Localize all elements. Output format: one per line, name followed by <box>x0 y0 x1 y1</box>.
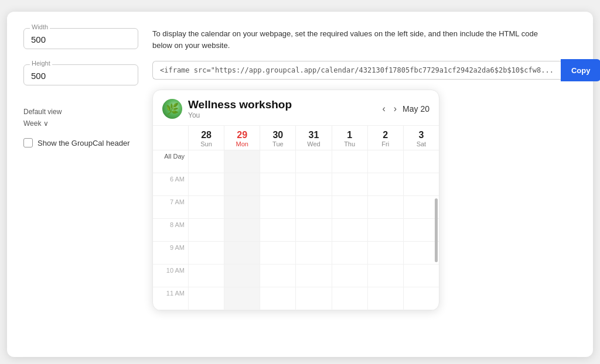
cell-11am-3 <box>295 287 331 310</box>
day-name-2: Tue <box>260 140 295 147</box>
height-label: Height <box>30 60 52 67</box>
cell-6am-1 <box>224 173 260 195</box>
allday-label: All Day <box>153 150 188 173</box>
allday-cell-3 <box>295 150 331 173</box>
cell-6am-3 <box>295 173 331 195</box>
height-field-group: Height <box>23 64 138 85</box>
cell-7am-0 <box>188 196 224 218</box>
day-name-4: Thu <box>332 140 367 147</box>
cell-7am-2 <box>260 196 295 218</box>
chevron-down-icon: ∨ <box>43 119 49 128</box>
left-panel: Width Height Default view Week ∨ Show th… <box>23 28 152 341</box>
cell-9am-2 <box>260 242 295 264</box>
day-num-4: 1 <box>332 129 367 140</box>
cell-10am-6 <box>403 265 439 287</box>
copy-button[interactable]: Copy <box>561 59 600 81</box>
cell-8am-3 <box>295 219 331 241</box>
calendar-days-header: 28 Sun 29 Mon 30 Tue 31 Wed <box>153 126 439 150</box>
cell-8am-5 <box>367 219 403 241</box>
day-name-1: Mon <box>224 140 260 147</box>
cell-10am-4 <box>332 265 367 287</box>
instruction-text: To display the calendar on your webpage,… <box>152 28 551 51</box>
time-row-7am: 7 AM <box>153 196 439 219</box>
nav-prev-button[interactable]: ‹ <box>380 102 387 115</box>
cell-7am-6 <box>403 196 439 218</box>
default-view-label: Default view <box>23 108 138 116</box>
height-input[interactable] <box>31 71 131 81</box>
calendar-header: 🌿 Wellness workshop You ‹ › May 20 <box>153 90 439 126</box>
day-num-3: 31 <box>296 129 331 140</box>
day-num-0: 28 <box>189 129 224 140</box>
allday-cell-4 <box>332 150 367 173</box>
calendar-month: May 20 <box>403 104 429 114</box>
calendar-logo: 🌿 <box>162 99 182 119</box>
main-card: Width Height Default view Week ∨ Show th… <box>7 12 593 357</box>
day-col-6: 3 Sat <box>403 126 439 150</box>
time-row-8am: 8 AM <box>153 219 439 242</box>
cell-8am-2 <box>260 219 295 241</box>
cell-8am-1 <box>224 219 260 241</box>
calendar-nav: ‹ › May 20 <box>380 102 429 115</box>
cell-9am-3 <box>295 242 331 264</box>
day-col-4: 1 Thu <box>332 126 367 150</box>
cell-7am-1 <box>224 196 260 218</box>
width-label: Width <box>30 23 50 30</box>
show-header-row[interactable]: Show the GroupCal header <box>23 138 138 147</box>
day-num-1: 29 <box>224 129 260 140</box>
day-name-5: Fri <box>368 140 403 147</box>
width-input[interactable] <box>31 35 131 44</box>
time-label-7am: 7 AM <box>153 196 188 218</box>
cell-9am-6 <box>403 242 439 264</box>
allday-cell-2 <box>260 150 295 173</box>
cell-6am-0 <box>188 173 224 195</box>
calendar-body: All Day 6 AM <box>153 150 439 310</box>
day-col-0: 28 Sun <box>188 126 224 150</box>
day-name-3: Wed <box>296 140 331 147</box>
day-col-1: 29 Mon <box>224 126 260 150</box>
allday-cell-0 <box>188 150 224 173</box>
calendar-grid: 28 Sun 29 Mon 30 Tue 31 Wed <box>153 126 439 310</box>
cell-6am-6 <box>403 173 439 195</box>
header-corner <box>153 126 188 150</box>
cell-11am-0 <box>188 287 224 310</box>
time-row-9am: 9 AM <box>153 242 439 265</box>
cell-11am-4 <box>332 287 367 310</box>
time-label-9am: 9 AM <box>153 242 188 264</box>
cell-6am-5 <box>367 173 403 195</box>
right-panel: To display the calendar on your webpage,… <box>152 28 600 341</box>
time-row-6am: 6 AM <box>153 173 439 196</box>
time-label-6am: 6 AM <box>153 173 188 195</box>
cell-11am-1 <box>224 287 260 310</box>
show-header-checkbox[interactable] <box>23 138 33 147</box>
nav-next-button[interactable]: › <box>391 102 399 115</box>
calendar-body-wrapper: All Day 6 AM <box>153 150 439 310</box>
day-col-3: 31 Wed <box>295 126 331 150</box>
allday-cell-5 <box>367 150 403 173</box>
day-name-0: Sun <box>189 140 224 147</box>
embed-code-row: <iframe src="https://app.groupcal.app/ca… <box>152 59 600 81</box>
day-num-2: 30 <box>260 129 295 140</box>
day-col-5: 2 Fri <box>367 126 403 150</box>
cell-9am-4 <box>332 242 367 264</box>
embed-code-display: <iframe src="https://app.groupcal.app/ca… <box>152 61 561 80</box>
allday-cell-6 <box>403 150 439 173</box>
cell-6am-4 <box>332 173 367 195</box>
day-name-6: Sat <box>404 140 439 147</box>
calendar-widget: 🌿 Wellness workshop You ‹ › May 20 28 <box>152 90 439 311</box>
cell-6am-2 <box>260 173 295 195</box>
cell-11am-5 <box>367 287 403 310</box>
day-col-2: 30 Tue <box>260 126 295 150</box>
cell-8am-0 <box>188 219 224 241</box>
calendar-title-group: Wellness workshop You <box>188 98 374 119</box>
cell-9am-0 <box>188 242 224 264</box>
time-label-11am: 11 AM <box>153 287 188 310</box>
day-num-6: 3 <box>404 129 439 140</box>
cell-8am-6 <box>403 219 439 241</box>
cell-7am-5 <box>367 196 403 218</box>
time-row-10am: 10 AM <box>153 265 439 287</box>
width-field-group: Width <box>23 28 138 49</box>
default-view-select[interactable]: Week ∨ <box>23 119 138 128</box>
time-row-11am: 11 AM <box>153 287 439 310</box>
allday-cell-1 <box>224 150 260 173</box>
cell-10am-5 <box>367 265 403 287</box>
